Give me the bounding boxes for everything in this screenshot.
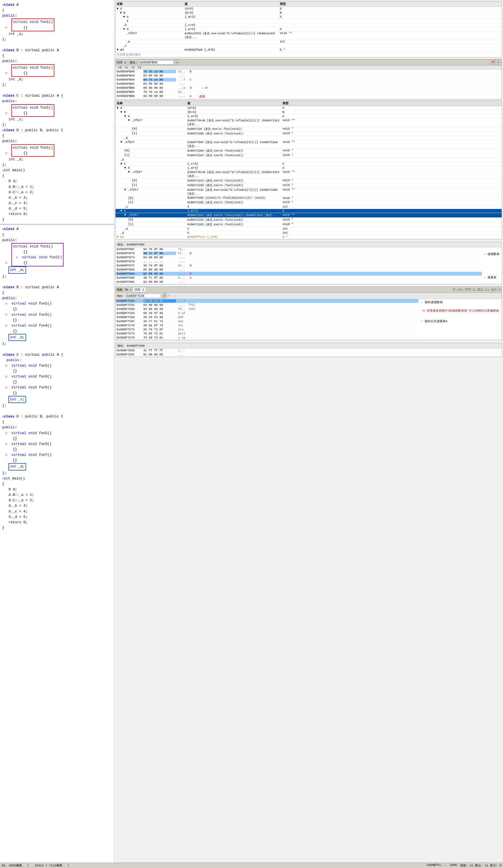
fold-fun1-c1[interactable]: ⊟	[2, 112, 7, 115]
memory-addr-label: 地址:	[129, 60, 137, 64]
vr-vfptr1: ▼ _vfptr 0x004770c48 [多态.exe!void(*D:\vf…	[116, 118, 502, 127]
fold-fun1-b2[interactable]: ⊟	[2, 302, 7, 305]
pin-icon[interactable]: 📌	[490, 60, 495, 65]
memory-addr-input-1[interactable]	[138, 60, 174, 64]
virt-base-text: 虚基表	[488, 275, 496, 279]
mw2-row-8: 0x00DF7C72 20 70 72 6f pro	[116, 328, 418, 332]
var-col-value: 值	[187, 101, 283, 105]
virtual-func-label: ← 虚函数表	[484, 252, 500, 256]
mem-row-6: 0x00DAFBB4 70 7b ca 00 p{..	[116, 90, 502, 94]
close-icon-mem1[interactable]: ✕	[496, 60, 501, 65]
watch-row-3: 3	[116, 19, 502, 23]
refresh-icon-2[interactable]: ↺	[162, 293, 167, 298]
small-mem-title-text: 地址: 0x00DF7D38	[117, 344, 145, 348]
status-sep1: |	[28, 864, 29, 867]
fold-fun3-b2[interactable]: ⊟	[2, 313, 7, 317]
vr-vfptr3: ▼ _vfptr 0x004770c48 [多态.exe!void(*D:\vf…	[116, 170, 502, 178]
watch-row-ampd: ▼ &d 0x00dafba0 {_d=5} D *	[116, 48, 502, 52]
fold-fun1-d1[interactable]: ⊟	[2, 152, 7, 155]
var-tree-panel: 名称 值 类型 ▼ d {d=5} D ▼ B {b=3} B ▼ A {_a=…	[115, 100, 502, 239]
mem-win2-rows: 0x00DF7C54 14 14 14 54 ...T 0x00DF7C5C 0…	[116, 299, 418, 340]
mem2-row-8: 0x006FFD88 48 fc df 00 H... A	[116, 276, 482, 280]
vr-A3: ▼ A {_a=2} A	[116, 209, 502, 213]
refresh-icon[interactable]: ↺	[175, 60, 180, 65]
vr-vfptr5: ▼ _vfptr 0x004713c5 (多态.exe!D::fun1(void…	[116, 213, 502, 218]
mem-row-7: 0x00DAFBB8 02 00 00 00 .... A 虚基	[116, 94, 502, 99]
mem2-row-3: 0x006FFD74 03 00 00 00 ....	[116, 256, 482, 260]
col-indicator: 列: 4	[181, 60, 189, 64]
fold-fun1-d2[interactable]: ⊟	[2, 432, 7, 435]
watch-row-_a1: _a int	[116, 40, 502, 44]
mw2-row-5: 0x00DF7C68 20 45 53 50 ESP	[116, 316, 418, 319]
vr-0-2: [0] 0x004713e8 (多态.exe!D::fun3(void)) vo…	[116, 148, 502, 153]
vr-1-1: [1] 0x004713d9 (多态.exe!A::fun2(void)) vo…	[116, 132, 502, 136]
vr-0-5: [0] 0x004713c5 (多态.exe!D::fun1(void)) vo…	[116, 218, 502, 222]
mem2-row-6: 0x006FFD80 04 00 00 00 ....	[116, 268, 482, 272]
watch-row-a1: ▼ A {_a=2} A	[116, 15, 502, 19]
memory-title-label: 内存 1	[117, 60, 126, 64]
mem-win2-addr-input[interactable]	[126, 293, 161, 298]
fold-fun1-c2[interactable]: ⊟	[2, 364, 7, 367]
mw2-row-6: 0x00DF7C6C 20 77 61 73 was	[116, 319, 418, 323]
fold-fun1-a2[interactable]: ⊟	[2, 261, 7, 265]
vr-A2: ▼ A {_a=2} A	[116, 166, 502, 170]
mem-row-3: 0x00DAFBA8 84 7b ca 00 ...T C	[116, 78, 502, 82]
vr-1-3: [1] 0x004713d3 (多态.exe!A::fun2(void)) vo…	[116, 183, 502, 188]
virtual-base-label: 虚基	[199, 94, 205, 99]
fold-fun5-c2[interactable]: ⊟	[2, 386, 7, 389]
mem2-row-1: 0x006FFD6C 04 76 df 00 ?{..	[116, 247, 482, 251]
small-mem-row-1: 0x00DF7D38 4c ff ff ff L...	[116, 349, 502, 353]
vr-C: ▼ C {_c=4} C	[116, 162, 502, 166]
mw2-row-3: 0x00DF7C60 54 68 66 20 Th.. valu	[116, 307, 418, 311]
fold-fun1-a[interactable]: ⊟	[2, 27, 7, 29]
mem-win2-addr-bar: 地址: ↺ 列: 4	[116, 293, 502, 299]
note-vfptr-text: 指向虚函数表	[425, 301, 443, 304]
fold-fun4-b2[interactable]: ⊟	[2, 324, 7, 327]
mw2-row-10: 0x00DF7C78 79 20 73 61 y sa	[116, 336, 418, 340]
fold-fun1-b1[interactable]: ⊟	[2, 72, 7, 75]
note-vbase: ← 指向公共虚基类A	[421, 319, 499, 323]
status-info: CSDN@Thi...	[427, 864, 447, 867]
mem2-content: 0x006FFD6C 04 76 df 00 ?{.. 0x006FFD70 5…	[116, 247, 502, 284]
status-sep2: |	[68, 864, 70, 867]
vr-A1: ▼ A {_a=2} A	[116, 114, 502, 118]
fold-fun7-d2[interactable]: ⊟	[2, 454, 7, 457]
memory-titlebar-1: 内存 1 地址: ↺ 列: 4 📌 ✕	[116, 59, 502, 65]
watch-row-a2: ▼ A {_a=2} A	[116, 27, 502, 31]
mw2-row-1: 0x00DF7C54 14 14 14 54 ...T	[116, 299, 418, 303]
status-zoom: 100%	[450, 864, 457, 867]
left-panel: ⊟class A { public: ⊟ virtual void fun1()…	[0, 0, 114, 868]
vr-B: ▼ B {b=3} B	[116, 110, 502, 114]
vr-0-3: [0] 0x004713c5 (多态.exe!D::fun1(void)) vo…	[116, 178, 502, 183]
mw2-row-4: 0x00DF7C64 65 20 6f 66 e of	[116, 311, 418, 316]
vr-_b2: _b	[116, 158, 502, 162]
memory-window-1: 内存 1 地址: ↺ 列: 4 📌 ✕ +0 +1 +2 +3	[115, 59, 502, 99]
vr-0-4: [0] 0x004713de [thunk]:D::fun3(adjuster(…	[116, 196, 502, 200]
fold-fun2-a2[interactable]: ⊟	[13, 256, 18, 259]
fold-fun3-d2[interactable]: ⊟	[2, 443, 7, 446]
mem-row-4: 0x00DAFBAC 04 00 00 00 ....	[116, 82, 502, 86]
var-tree-header: 名称 值 类型	[116, 101, 502, 106]
mem2-row-5: 0x006FFD7C 38 74 df 00 8t.. d	[116, 264, 482, 268]
note-vfptr: ← 指向虚函数表	[421, 300, 499, 304]
note-vbase-text: 指向公共虚基类A	[425, 320, 448, 323]
mem2-row-2: 0x006FFD70 50 7c df 00 P|.. B	[116, 251, 482, 256]
status-pos: 59, 2965像素	[2, 864, 22, 867]
virtual-base-label2: ← 虚基表	[484, 275, 500, 279]
watch-header-1: 名称 值 类型	[116, 1, 502, 7]
note-offset: -4 记录虚基表指针t和虚函数表指 针之间相对位置偏移值	[421, 309, 499, 313]
status-right: CSDN@Thi... 100% 缩放: 11 默认: 11 放大: 0	[427, 864, 501, 867]
status-row-info: 缩放: 11 默认: 11 放大: 0	[460, 864, 501, 867]
mem2-row-7: 0x006FFD84 02 00 00 00 .... d	[116, 272, 482, 276]
fold-fun3-c2[interactable]: ⊟	[2, 375, 7, 378]
mw2-row-7: 0x00DF7C70 20 6e 6f 74 not	[116, 323, 418, 328]
mw2-row-9: 0x00DF7C74 70 65 72 6c perl	[116, 332, 418, 336]
section-divider	[0, 224, 114, 225]
tab-mem2[interactable]: 内存 2	[133, 287, 146, 292]
col-type-1: 类型	[280, 2, 501, 6]
mem-win2-annotations: ← 指向虚函数表 -4 记录虚基表指针t和虚函数表指 针之间相对位置偏移值 ← …	[418, 299, 502, 340]
var-col-type: 类型	[283, 101, 501, 105]
memory-window-2: 地标 7b + 内存 2 行:333 字节:11 默认:11 放大:0 地址: …	[115, 287, 502, 340]
vr-1-4: [1] 0x004713de (多态.exe!C::fun5(void)) vo…	[116, 200, 502, 205]
vr-0-1: [0] 0x004713d (多态.exe!A::fun1(void)) voi…	[116, 127, 502, 132]
